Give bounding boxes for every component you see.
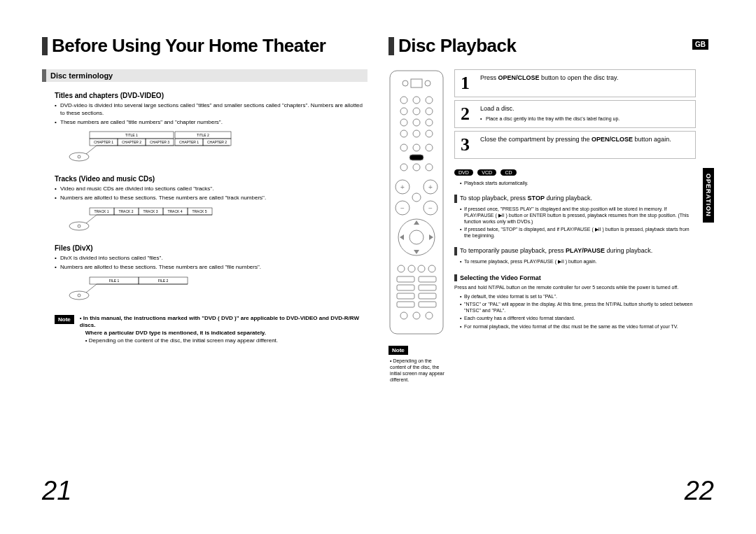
titles-bullet: DVD-video is divided into several large … (55, 102, 368, 118)
stop-bullet: If pressed twice, "STOP" is displayed, a… (460, 226, 696, 239)
diagram-label: TRACK 4 (167, 209, 182, 213)
language-badge: GB (692, 39, 708, 50)
diagram-label: FILE 1 (109, 279, 120, 283)
diagram-label: CHAPTER 3 (150, 140, 169, 144)
right-page: GB OPERATION Disc Playback (388, 35, 714, 506)
titles-bullet: These numbers are called "title numbers"… (55, 119, 368, 127)
step-number: 1 (461, 74, 475, 92)
step-number: 3 (461, 136, 475, 154)
left-title-text: Before Using Your Home Theater (52, 35, 326, 57)
video-bullet: "NTSC" or "PAL" will appear in the displ… (460, 301, 696, 314)
remote-note: Depending on the content of the disc, th… (390, 358, 444, 382)
diagram-label: TRACK 2 (118, 209, 133, 213)
step-text-bold: OPEN/CLOSE (592, 136, 633, 143)
page-number-left: 21 (42, 476, 71, 506)
svg-text:−: − (428, 204, 433, 212)
left-title: Before Using Your Home Theater (42, 35, 368, 57)
auto-playback-note: Playback starts automatically. (460, 180, 696, 186)
left-page: Before Using Your Home Theater Disc term… (42, 35, 368, 506)
right-title: Disc Playback (388, 35, 714, 57)
svg-text:−: − (400, 204, 405, 212)
stop-bullet: If pressed once, "PRESS PLAY" is display… (460, 206, 696, 225)
diagram-label: CHAPTER 2 (207, 140, 227, 144)
svg-point-7 (69, 153, 89, 161)
svg-text:+: + (428, 183, 433, 191)
diagram-label: CHAPTER 1 (179, 140, 199, 144)
step-text: button again. (633, 136, 671, 143)
step-2: 2 Load a disc. Place a disc gently into … (454, 100, 696, 128)
diagram-label: TRACK 1 (94, 209, 108, 213)
step-text: Load a disc. (480, 105, 514, 112)
note-label: Note (55, 315, 74, 324)
page-number-right: 22 (685, 476, 714, 506)
section-disc-terminology: Disc terminology (42, 69, 368, 82)
disc-pill-dvd: DVD (454, 169, 473, 176)
step-subtext: Place a disc gently into the tray with t… (480, 115, 620, 122)
svg-point-8 (78, 155, 80, 158)
files-bullet: DivX is divided into sections called "fi… (55, 255, 368, 262)
titles-subhead: Titles and chapters (DVD-VIDEO) (55, 92, 368, 99)
step-text: button to open the disc tray. (540, 74, 619, 81)
svg-point-18 (69, 291, 89, 300)
tracks-bullet: Video and music CDs are divided into sec… (55, 185, 368, 193)
note-label: Note (388, 346, 408, 355)
remote-illustration: + + − − (388, 69, 444, 383)
files-bullet: Numbers are allotted to these sections. … (55, 264, 368, 272)
svg-rect-39 (410, 155, 424, 160)
diagram-label: CHAPTER 2 (122, 140, 141, 144)
svg-point-15 (78, 225, 80, 227)
title-bar-icon (42, 37, 48, 55)
pause-bullet: To resume playback, press PLAY/PAUSE ( ▶… (460, 258, 696, 265)
svg-text:+: + (400, 183, 405, 191)
video-format-head: Selecting the Video Format (454, 274, 696, 281)
tracks-bullet: Numbers are allotted to these sections. … (55, 195, 368, 202)
titles-diagram: TITLE 1 TITLE 2 CHAPTER 1 CHAPTER 2 CHAP… (69, 130, 368, 165)
diagram-label: TITLE 2 (197, 133, 209, 137)
step-number: 2 (461, 105, 475, 123)
video-bullet: For normal playback, the video format of… (460, 323, 696, 330)
title-bar-icon (388, 37, 394, 55)
files-diagram: FILE 1 FILE 2 (69, 276, 368, 304)
right-title-text: Disc Playback (398, 35, 516, 57)
note-text: Where a particular DVD type is mentioned… (80, 330, 368, 337)
diagram-label: CHAPTER 1 (94, 140, 113, 144)
diagram-label: FILE 2 (158, 279, 169, 283)
disc-pill-vcd: VCD (477, 169, 496, 176)
tracks-subhead: Tracks (Video and music CDs) (55, 175, 368, 183)
video-format-intro: Press and hold NT/PAL button on the remo… (454, 284, 696, 290)
step-text-bold: OPEN/CLOSE (498, 74, 540, 81)
step-1: 1 Press OPEN/CLOSE button to open the di… (454, 69, 696, 97)
svg-point-14 (69, 222, 89, 230)
diagram-label: TRACK 3 (143, 209, 158, 213)
note-text: Depending on the content of the disc, th… (89, 337, 278, 344)
files-subhead: Files (DivX) (55, 244, 368, 252)
diagram-label: TITLE 1 (125, 133, 138, 137)
video-bullet: By default, the video format is set to "… (460, 293, 696, 300)
step-3: 3 Close the compartment by pressing the … (454, 131, 696, 159)
step-text: Close the compartment by pressing the (480, 136, 592, 143)
video-bullet: Each country has a different video forma… (460, 315, 696, 321)
note-block: Note • In this manual, the instructions … (55, 315, 368, 345)
pause-head: To temporarily pause playback, press PLA… (454, 247, 696, 255)
tracks-diagram: TRACK 1 TRACK 2 TRACK 3 TRACK 4 TRACK 5 (69, 206, 368, 234)
note-text: In this manual, the instructions marked … (80, 315, 359, 329)
stop-head: To stop playback, press STOP during play… (454, 195, 696, 203)
diagram-label: TRACK 5 (192, 209, 206, 213)
svg-point-19 (78, 294, 80, 297)
section-tab-operation: OPERATION (703, 168, 714, 223)
disc-pill-cd: CD (500, 169, 516, 176)
step-text: Press (480, 74, 498, 81)
